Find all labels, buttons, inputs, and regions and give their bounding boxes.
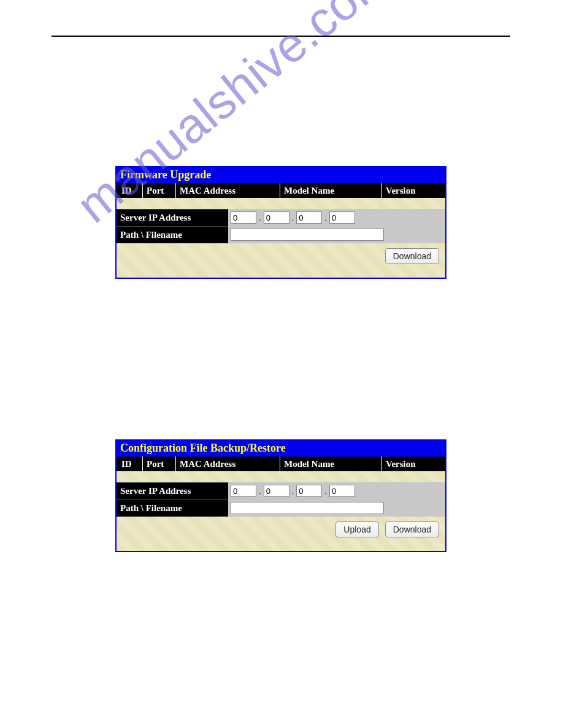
server-ip-value: . . . <box>228 209 445 226</box>
ip-dot: . <box>292 213 294 222</box>
ip-dot: . <box>292 487 294 496</box>
upload-button[interactable]: Upload <box>335 521 378 537</box>
ip-octet-4[interactable] <box>329 211 355 224</box>
ip-octet-3[interactable] <box>296 211 322 224</box>
ip-dot: . <box>259 213 261 222</box>
col-model-name: Model Name <box>280 457 381 471</box>
ip-dot: . <box>259 487 261 496</box>
panel-title-firmware: Firmware Upgrade <box>117 167 445 183</box>
download-button[interactable]: Download <box>385 521 439 537</box>
horizontal-rule <box>52 36 510 37</box>
column-header-row: ID Port MAC Address Model Name Version <box>117 457 445 471</box>
col-id: ID <box>117 183 142 198</box>
button-row: Upload Download <box>117 517 445 542</box>
ip-octet-2[interactable] <box>264 485 289 497</box>
path-filename-input[interactable] <box>231 502 384 514</box>
col-version: Version <box>381 457 445 471</box>
col-id: ID <box>117 457 142 471</box>
ip-octet-2[interactable] <box>264 211 289 224</box>
column-header-row: ID Port MAC Address Model Name Version <box>117 183 445 198</box>
ip-octet-1[interactable] <box>231 485 256 497</box>
path-filename-label: Path \ Filename <box>117 226 228 243</box>
download-button[interactable]: Download <box>385 248 439 264</box>
col-model-name: Model Name <box>280 183 381 198</box>
path-filename-row: Path \ Filename <box>117 499 445 517</box>
path-filename-value <box>228 226 445 243</box>
path-filename-label: Path \ Filename <box>117 499 228 517</box>
col-port: Port <box>142 457 175 471</box>
ip-octet-4[interactable] <box>329 485 355 497</box>
server-ip-label: Server IP Address <box>117 209 228 226</box>
panel-title-config: Configuration File Backup/Restore <box>117 441 445 457</box>
col-version: Version <box>381 183 445 198</box>
server-ip-row: Server IP Address . . . <box>117 209 445 226</box>
col-mac-address: MAC Address <box>175 457 280 471</box>
button-row: Download <box>117 243 445 269</box>
spacer <box>117 198 445 209</box>
firmware-upgrade-panel: Firmware Upgrade ID Port MAC Address Mod… <box>115 166 446 279</box>
path-filename-input[interactable] <box>231 229 384 241</box>
col-port: Port <box>142 183 175 198</box>
ip-dot: . <box>324 213 327 222</box>
path-filename-value <box>228 499 445 517</box>
server-ip-label: Server IP Address <box>117 482 228 499</box>
path-filename-row: Path \ Filename <box>117 226 445 243</box>
server-ip-row: Server IP Address . . . <box>117 482 445 499</box>
server-ip-value: . . . <box>228 482 445 499</box>
col-mac-address: MAC Address <box>175 183 280 198</box>
config-backup-restore-panel: Configuration File Backup/Restore ID Por… <box>115 439 446 552</box>
ip-octet-1[interactable] <box>231 211 256 224</box>
spacer <box>117 471 445 482</box>
ip-dot: . <box>324 487 327 496</box>
ip-octet-3[interactable] <box>296 485 322 497</box>
